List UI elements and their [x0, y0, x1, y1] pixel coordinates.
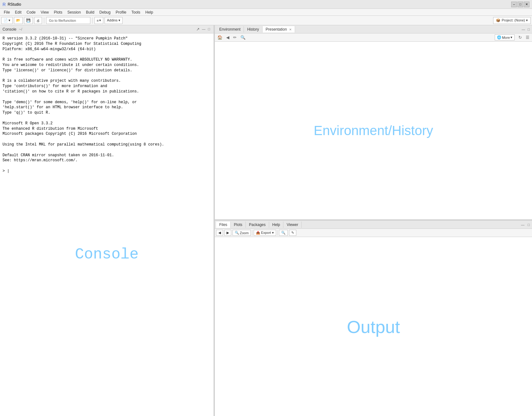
console-tab[interactable]: Console ~/: [3, 27, 22, 32]
addins-button[interactable]: Addins ▾: [105, 17, 123, 24]
left-panel: Console ~/ ↗ — □ R version 3.3.2 (2016-1…: [0, 25, 215, 416]
maximize-btn[interactable]: □: [517, 2, 523, 7]
output-maximize-btn[interactable]: □: [527, 223, 531, 227]
open-file-button[interactable]: 📂: [14, 17, 23, 24]
output-toolbar-sep2: [277, 230, 278, 236]
toolbar-separator-2: [92, 17, 93, 24]
output-search-icon: 🔍: [281, 231, 286, 235]
chunk-icon: ≡: [97, 19, 99, 22]
project-icon: 📦: [496, 18, 500, 22]
go-to-file-button[interactable]: Go to file/function: [46, 17, 90, 24]
print-button[interactable]: 🖨: [34, 17, 42, 24]
main-layout: Console ~/ ↗ — □ R version 3.3.2 (2016-1…: [0, 25, 532, 416]
brush-icon: ✎: [291, 231, 294, 235]
env-refresh-icon[interactable]: ↻: [517, 34, 523, 40]
console-collapse-icon[interactable]: ↗: [196, 27, 200, 32]
output-panel-icons: — □: [520, 223, 531, 227]
menu-tools[interactable]: Tools: [129, 9, 143, 15]
env-toolbar: 🏠 ◀ ✏ 🔍 🌐 More ▾ ↻ ☰: [215, 33, 532, 42]
console-icons: ↗ — □: [196, 27, 211, 32]
env-back-icon[interactable]: ◀: [225, 34, 231, 40]
tab-help[interactable]: Help: [269, 222, 284, 228]
top-right-panel: Environment History Presentation ✕ — □ 🏠…: [215, 25, 532, 221]
menu-bar: File Edit Code View Plots Session Build …: [0, 9, 532, 16]
env-maximize-btn[interactable]: □: [527, 27, 531, 32]
project-label: Project: (None) ▾: [502, 18, 528, 22]
console-text: R version 3.3.2 (2016-10-31) -- "Sincere…: [3, 36, 211, 174]
output-forward-btn[interactable]: ▶: [224, 230, 231, 236]
go-to-file-label: Go to file/function: [49, 19, 76, 22]
presentation-tab-close[interactable]: ✕: [289, 28, 292, 31]
more-label: More: [502, 36, 510, 39]
minimize-btn[interactable]: –: [511, 2, 517, 7]
menu-profile[interactable]: Profile: [113, 9, 129, 15]
title-bar: R RStudio – □ ✕: [0, 0, 532, 9]
menu-help[interactable]: Help: [143, 9, 156, 15]
output-watermark: Output: [347, 316, 400, 337]
new-file-button[interactable]: 📄 ▾: [1, 17, 13, 24]
tab-presentation[interactable]: Presentation ✕: [263, 26, 295, 33]
console-minimize-btn[interactable]: —: [201, 27, 206, 32]
close-btn[interactable]: ✕: [524, 2, 529, 7]
env-search-icon[interactable]: 🔍: [239, 34, 247, 40]
console-header: Console ~/ ↗ — □: [0, 25, 214, 33]
console-body[interactable]: R version 3.3.2 (2016-10-31) -- "Sincere…: [0, 33, 214, 416]
zoom-button[interactable]: 🔍 Zoom: [233, 230, 251, 236]
env-minimize-btn[interactable]: —: [521, 27, 526, 32]
menu-build[interactable]: Build: [83, 9, 97, 15]
export-label: Export ▾: [261, 231, 274, 235]
env-watermark: Environment/History: [314, 123, 433, 138]
back-arrow-icon: ◀: [218, 231, 221, 235]
zoom-label: Zoom: [240, 231, 249, 235]
right-panel: Environment History Presentation ✕ — □ 🏠…: [215, 25, 532, 416]
tab-files[interactable]: Files: [216, 222, 231, 228]
menu-plots[interactable]: Plots: [51, 9, 65, 15]
app-icon: R: [3, 2, 6, 7]
output-search-btn[interactable]: 🔍: [279, 230, 288, 236]
project-button[interactable]: 📦 Project: (None) ▾: [493, 17, 531, 24]
tab-plots[interactable]: Plots: [231, 222, 246, 228]
env-tab-bar: Environment History Presentation ✕ — □: [215, 25, 532, 33]
new-dropdown-icon: ▾: [9, 18, 10, 22]
console-watermark: Console: [75, 246, 139, 263]
tab-packages[interactable]: Packages: [246, 222, 269, 228]
console-path: ~/: [19, 27, 22, 32]
app-name: RStudio: [8, 2, 21, 7]
tab-history[interactable]: History: [244, 26, 262, 33]
console-maximize-btn[interactable]: □: [207, 27, 211, 32]
env-edit-icon[interactable]: ✏: [232, 34, 238, 40]
console-label: Console: [3, 27, 16, 32]
output-toolbar: ◀ ▶ 🔍 Zoom 📤 Export ▾ 🔍: [215, 229, 532, 237]
save-icon: 💾: [26, 18, 31, 22]
menu-session[interactable]: Session: [65, 9, 83, 15]
print-icon: 🖨: [36, 19, 40, 22]
toolbar-separator-1: [44, 17, 44, 24]
chunk-button[interactable]: ≡ ▾: [94, 17, 103, 24]
output-tab-bar: Files Plots Packages Help Viewer — □: [215, 221, 532, 229]
export-button[interactable]: 📤 Export ▾: [254, 230, 276, 236]
env-body: Environment/History: [215, 42, 532, 219]
tab-viewer[interactable]: Viewer: [283, 222, 301, 228]
forward-arrow-icon: ▶: [227, 231, 229, 235]
tab-environment[interactable]: Environment: [216, 26, 244, 33]
env-menu-icon[interactable]: ☰: [524, 34, 531, 40]
env-home-icon[interactable]: 🏠: [216, 34, 224, 40]
more-button[interactable]: 🌐 More ▾: [495, 34, 515, 40]
output-brush-btn[interactable]: ✎: [289, 230, 296, 236]
new-file-icon: 📄: [3, 18, 8, 22]
menu-code[interactable]: Code: [24, 9, 38, 15]
bottom-right-panel: Files Plots Packages Help Viewer — □ ◀ ▶: [215, 221, 532, 416]
save-button[interactable]: 💾: [24, 17, 33, 24]
output-back-btn[interactable]: ◀: [216, 230, 223, 236]
output-minimize-btn[interactable]: —: [520, 223, 525, 227]
toolbar: 📄 ▾ 📂 💾 🖨 Go to file/function ≡ ▾ Addins…: [0, 16, 532, 25]
console-panel-controls: — □: [201, 27, 211, 32]
more-dropdown-icon: ▾: [511, 35, 512, 39]
window-controls: – □ ✕: [511, 2, 529, 7]
menu-view[interactable]: View: [38, 9, 51, 15]
menu-edit[interactable]: Edit: [12, 9, 24, 15]
addins-label: Addins ▾: [107, 18, 120, 22]
menu-debug[interactable]: Debug: [97, 9, 113, 15]
output-toolbar-sep: [252, 230, 252, 236]
menu-file[interactable]: File: [1, 9, 12, 15]
